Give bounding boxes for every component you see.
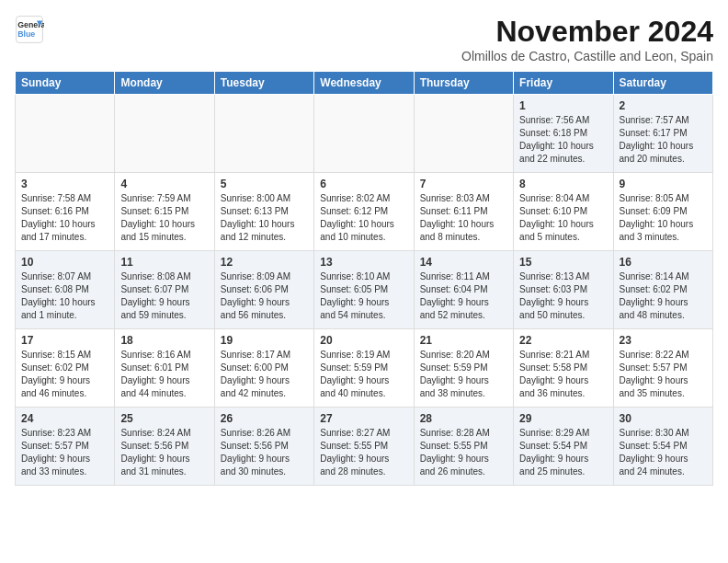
weekday-header: Sunday (16, 72, 115, 95)
calendar-cell: 20Sunrise: 8:19 AM Sunset: 5:59 PM Dayli… (314, 329, 414, 408)
day-info: Sunrise: 8:30 AM Sunset: 5:54 PM Dayligh… (620, 427, 707, 478)
day-info: Sunrise: 8:14 AM Sunset: 6:02 PM Dayligh… (620, 270, 707, 322)
day-number: 4 (120, 178, 208, 190)
day-number: 16 (620, 256, 707, 269)
weekday-header: Tuesday (214, 72, 313, 95)
calendar-body: 1Sunrise: 7:56 AM Sunset: 6:18 PM Daylig… (16, 95, 713, 486)
day-number: 8 (519, 178, 607, 190)
calendar-cell (314, 95, 414, 173)
calendar-week-row: 3Sunrise: 7:58 AM Sunset: 6:16 PM Daylig… (16, 173, 713, 251)
weekday-header: Thursday (414, 72, 513, 95)
day-info: Sunrise: 8:26 AM Sunset: 5:56 PM Dayligh… (221, 427, 308, 478)
calendar-week-row: 1Sunrise: 7:56 AM Sunset: 6:18 PM Daylig… (16, 95, 713, 173)
day-number: 30 (620, 412, 707, 425)
calendar-cell: 6Sunrise: 8:02 AM Sunset: 6:12 PM Daylig… (314, 173, 414, 251)
day-info: Sunrise: 8:27 AM Sunset: 5:55 PM Dayligh… (320, 427, 407, 478)
svg-text:Blue: Blue (17, 29, 35, 39)
logo-icon: General Blue (15, 15, 44, 44)
calendar-cell: 15Sunrise: 8:13 AM Sunset: 6:03 PM Dayli… (514, 251, 613, 329)
day-info: Sunrise: 8:19 AM Sunset: 5:59 PM Dayligh… (320, 349, 407, 400)
day-info: Sunrise: 8:24 AM Sunset: 5:56 PM Dayligh… (120, 427, 208, 478)
calendar-week-row: 17Sunrise: 8:15 AM Sunset: 6:02 PM Dayli… (16, 329, 713, 408)
day-number: 17 (21, 334, 108, 347)
day-number: 28 (420, 412, 507, 425)
calendar-cell: 21Sunrise: 8:20 AM Sunset: 5:59 PM Dayli… (414, 329, 513, 408)
day-number: 11 (120, 256, 208, 269)
logo: General Blue (15, 15, 44, 44)
day-number: 15 (519, 256, 607, 269)
calendar-cell (414, 95, 513, 173)
calendar-cell: 14Sunrise: 8:11 AM Sunset: 6:04 PM Dayli… (414, 251, 513, 329)
day-info: Sunrise: 8:10 AM Sunset: 6:05 PM Dayligh… (320, 270, 407, 322)
day-number: 14 (420, 256, 507, 269)
day-number: 25 (120, 412, 208, 425)
calendar-cell: 22Sunrise: 8:21 AM Sunset: 5:58 PM Dayli… (514, 329, 613, 408)
day-number: 9 (620, 178, 707, 190)
calendar-cell: 12Sunrise: 8:09 AM Sunset: 6:06 PM Dayli… (214, 251, 313, 329)
weekday-header: Friday (514, 72, 613, 95)
weekday-header: Monday (115, 72, 214, 95)
weekday-header: Saturday (613, 72, 712, 95)
title-block: November 2024 Olmillos de Castro, Castil… (461, 15, 713, 63)
day-info: Sunrise: 8:13 AM Sunset: 6:03 PM Dayligh… (519, 270, 607, 322)
day-info: Sunrise: 8:28 AM Sunset: 5:55 PM Dayligh… (420, 427, 507, 478)
day-number: 29 (519, 412, 607, 425)
calendar-week-row: 10Sunrise: 8:07 AM Sunset: 6:08 PM Dayli… (16, 251, 713, 329)
day-number: 19 (221, 334, 308, 347)
day-number: 21 (420, 334, 507, 347)
day-info: Sunrise: 8:07 AM Sunset: 6:08 PM Dayligh… (21, 270, 108, 322)
day-number: 20 (320, 334, 407, 347)
calendar-cell: 19Sunrise: 8:17 AM Sunset: 6:00 PM Dayli… (214, 329, 313, 408)
calendar-cell: 18Sunrise: 8:16 AM Sunset: 6:01 PM Dayli… (115, 329, 214, 408)
calendar-cell: 27Sunrise: 8:27 AM Sunset: 5:55 PM Dayli… (314, 408, 414, 486)
calendar-cell: 17Sunrise: 8:15 AM Sunset: 6:02 PM Dayli… (16, 329, 115, 408)
day-info: Sunrise: 7:57 AM Sunset: 6:17 PM Dayligh… (620, 114, 707, 166)
day-info: Sunrise: 8:11 AM Sunset: 6:04 PM Dayligh… (420, 270, 507, 322)
day-number: 22 (519, 334, 607, 347)
calendar-cell: 16Sunrise: 8:14 AM Sunset: 6:02 PM Dayli… (613, 251, 712, 329)
calendar-cell: 25Sunrise: 8:24 AM Sunset: 5:56 PM Dayli… (115, 408, 214, 486)
day-number: 23 (620, 334, 707, 347)
calendar-cell: 28Sunrise: 8:28 AM Sunset: 5:55 PM Dayli… (414, 408, 513, 486)
calendar-cell: 5Sunrise: 8:00 AM Sunset: 6:13 PM Daylig… (214, 173, 313, 251)
calendar-cell (214, 95, 313, 173)
calendar-table: SundayMondayTuesdayWednesdayThursdayFrid… (15, 71, 713, 486)
day-number: 13 (320, 256, 407, 269)
month-title: November 2024 (461, 15, 713, 49)
weekday-header: Wednesday (314, 72, 414, 95)
day-info: Sunrise: 8:09 AM Sunset: 6:06 PM Dayligh… (221, 270, 308, 322)
day-number: 27 (320, 412, 407, 425)
day-info: Sunrise: 8:00 AM Sunset: 6:13 PM Dayligh… (221, 192, 308, 244)
calendar-cell (16, 95, 115, 173)
day-number: 18 (120, 334, 208, 347)
calendar-header-row: SundayMondayTuesdayWednesdayThursdayFrid… (16, 72, 713, 95)
day-info: Sunrise: 8:02 AM Sunset: 6:12 PM Dayligh… (320, 192, 407, 244)
day-info: Sunrise: 8:05 AM Sunset: 6:09 PM Dayligh… (620, 192, 707, 244)
calendar-cell: 4Sunrise: 7:59 AM Sunset: 6:15 PM Daylig… (115, 173, 214, 251)
calendar-cell: 1Sunrise: 7:56 AM Sunset: 6:18 PM Daylig… (514, 95, 613, 173)
calendar-cell (115, 95, 214, 173)
calendar-cell: 23Sunrise: 8:22 AM Sunset: 5:57 PM Dayli… (613, 329, 712, 408)
calendar-cell: 3Sunrise: 7:58 AM Sunset: 6:16 PM Daylig… (16, 173, 115, 251)
day-number: 1 (519, 99, 607, 112)
day-info: Sunrise: 8:15 AM Sunset: 6:02 PM Dayligh… (21, 349, 108, 400)
day-number: 10 (21, 256, 108, 269)
calendar-cell: 9Sunrise: 8:05 AM Sunset: 6:09 PM Daylig… (613, 173, 712, 251)
day-info: Sunrise: 8:17 AM Sunset: 6:00 PM Dayligh… (221, 349, 308, 400)
calendar-cell: 13Sunrise: 8:10 AM Sunset: 6:05 PM Dayli… (314, 251, 414, 329)
calendar-cell: 26Sunrise: 8:26 AM Sunset: 5:56 PM Dayli… (214, 408, 313, 486)
day-number: 6 (320, 178, 407, 190)
calendar-cell: 2Sunrise: 7:57 AM Sunset: 6:17 PM Daylig… (613, 95, 712, 173)
calendar-cell: 29Sunrise: 8:29 AM Sunset: 5:54 PM Dayli… (514, 408, 613, 486)
day-info: Sunrise: 8:21 AM Sunset: 5:58 PM Dayligh… (519, 349, 607, 400)
day-info: Sunrise: 7:58 AM Sunset: 6:16 PM Dayligh… (21, 192, 108, 244)
calendar-cell: 7Sunrise: 8:03 AM Sunset: 6:11 PM Daylig… (414, 173, 513, 251)
day-info: Sunrise: 8:22 AM Sunset: 5:57 PM Dayligh… (620, 349, 707, 400)
calendar-cell: 30Sunrise: 8:30 AM Sunset: 5:54 PM Dayli… (613, 408, 712, 486)
day-info: Sunrise: 8:16 AM Sunset: 6:01 PM Dayligh… (120, 349, 208, 400)
calendar-cell: 11Sunrise: 8:08 AM Sunset: 6:07 PM Dayli… (115, 251, 214, 329)
calendar-week-row: 24Sunrise: 8:23 AM Sunset: 5:57 PM Dayli… (16, 408, 713, 486)
day-number: 24 (21, 412, 108, 425)
day-number: 7 (420, 178, 507, 190)
day-info: Sunrise: 8:08 AM Sunset: 6:07 PM Dayligh… (120, 270, 208, 322)
